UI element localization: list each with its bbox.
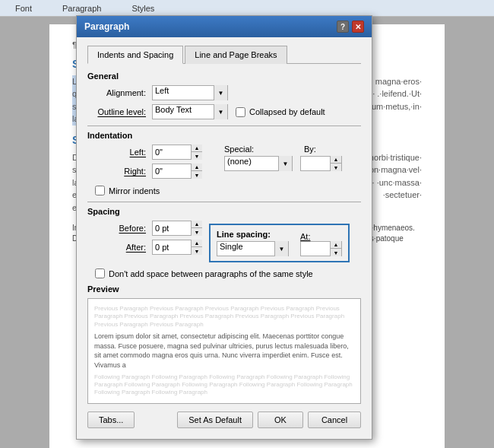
dont-add-row: Don't add space between paragraphs of th… bbox=[87, 268, 361, 278]
alignment-label: Alignment: bbox=[87, 88, 152, 97]
word-toolbar: Font Paragraph Styles bbox=[0, 0, 494, 17]
dialog-titlebar: Paragraph ? ✕ bbox=[77, 16, 372, 37]
special-label: Special: bbox=[224, 145, 293, 154]
outline-level-label: Outline level: bbox=[87, 107, 152, 116]
right-input-wrap[interactable]: ▲ ▼ bbox=[152, 164, 201, 179]
after-spinner[interactable]: ▲ ▼ bbox=[191, 240, 202, 255]
before-input-wrap[interactable]: ▲ ▼ bbox=[152, 221, 201, 236]
at-spinner-up[interactable]: ▲ bbox=[331, 241, 341, 249]
special-col: Special: (none) ▼ bbox=[224, 145, 293, 171]
at-spinner[interactable]: ▲ ▼ bbox=[330, 241, 341, 256]
by-input[interactable] bbox=[301, 157, 330, 170]
left-label: Left: bbox=[87, 148, 152, 157]
cancel-button[interactable]: Cancel bbox=[308, 411, 361, 428]
by-col: By: ▲ ▼ bbox=[300, 145, 342, 171]
outline-level-arrow[interactable]: ▼ bbox=[214, 104, 227, 119]
before-label: Before: bbox=[87, 224, 152, 233]
after-spinner-up[interactable]: ▲ bbox=[192, 240, 202, 247]
line-spacing-dropdown[interactable]: Single ▼ bbox=[217, 241, 289, 256]
tab-indents-spacing[interactable]: Indents and Spacing bbox=[87, 46, 183, 64]
after-input-wrap[interactable]: ▲ ▼ bbox=[152, 240, 201, 255]
toolbar-styles: Styles bbox=[116, 4, 169, 13]
toolbar-font: Font bbox=[0, 4, 47, 13]
preview-section: Preview Previous Paragraph Previous Para… bbox=[87, 284, 361, 404]
alignment-value: Left bbox=[153, 86, 214, 100]
by-spinner-down[interactable]: ▼ bbox=[331, 164, 341, 171]
after-spinner-down[interactable]: ▼ bbox=[192, 247, 202, 255]
right-indent-row: Right: ▲ ▼ bbox=[87, 164, 201, 179]
special-arrow[interactable]: ▼ bbox=[278, 156, 292, 171]
preview-after-text: Following Paragraph Following Paragraph … bbox=[94, 373, 354, 397]
alignment-dropdown[interactable]: Left ▼ bbox=[152, 85, 228, 100]
right-label: Right: bbox=[87, 167, 152, 176]
left-indent-row: Left: ▲ ▼ bbox=[87, 145, 201, 160]
outline-level-value: Body Text bbox=[153, 105, 214, 119]
before-spinner[interactable]: ▲ ▼ bbox=[191, 221, 202, 236]
left-spinner-up[interactable]: ▲ bbox=[192, 145, 202, 152]
before-row: Before: ▲ ▼ bbox=[87, 221, 201, 236]
before-spinner-down[interactable]: ▼ bbox=[192, 228, 202, 236]
help-button[interactable]: ? bbox=[337, 21, 349, 33]
right-input[interactable] bbox=[153, 164, 191, 178]
left-input-wrap[interactable]: ▲ ▼ bbox=[152, 145, 201, 160]
close-button[interactable]: ✕ bbox=[352, 21, 364, 33]
left-spinner-down[interactable]: ▼ bbox=[192, 152, 202, 160]
by-input-wrap[interactable]: ▲ ▼ bbox=[300, 156, 342, 171]
preview-body-text: Lorem ipsum dolor sit amet, consectetur … bbox=[94, 332, 354, 370]
outline-level-dropdown[interactable]: Body Text ▼ bbox=[152, 104, 228, 119]
left-input[interactable] bbox=[153, 145, 191, 159]
right-spinner[interactable]: ▲ ▼ bbox=[191, 164, 202, 179]
by-label: By: bbox=[304, 145, 342, 154]
by-spinner-up[interactable]: ▲ bbox=[331, 156, 341, 164]
line-spacing-value: Single bbox=[217, 242, 274, 256]
line-spacing-box: Line spacing: Single ▼ At: ▲ ▼ bbox=[209, 224, 350, 262]
at-col: At: ▲ ▼ bbox=[300, 232, 342, 256]
tabs-button[interactable]: Tabs... bbox=[87, 411, 135, 428]
special-value: (none) bbox=[225, 157, 278, 170]
preview-label: Preview bbox=[87, 284, 361, 294]
mirror-row: Mirror indents bbox=[87, 186, 361, 195]
line-spacing-arrow[interactable]: ▼ bbox=[274, 241, 288, 256]
dialog-content: Indents and Spacing Line and Page Breaks… bbox=[77, 37, 372, 439]
tab-line-page-breaks[interactable]: Line and Page Breaks bbox=[185, 46, 287, 64]
general-label: General bbox=[87, 71, 361, 81]
after-row: After: ▲ ▼ bbox=[87, 240, 201, 255]
right-spinner-up[interactable]: ▲ bbox=[192, 164, 202, 171]
mirror-label: Mirror indents bbox=[109, 186, 160, 195]
right-buttons: Set As Default OK Cancel bbox=[177, 411, 361, 428]
special-dropdown[interactable]: (none) ▼ bbox=[224, 156, 293, 171]
dialog-title-buttons: ? ✕ bbox=[337, 21, 364, 33]
left-spinner[interactable]: ▲ ▼ bbox=[191, 145, 202, 160]
line-spacing-col: Line spacing: Single ▼ bbox=[217, 230, 289, 256]
collapsed-checkbox[interactable] bbox=[236, 107, 245, 117]
dialog-tabs: Indents and Spacing Line and Page Breaks bbox=[87, 45, 361, 64]
paragraph-dialog: Paragraph ? ✕ Indents and Spacing Line a… bbox=[76, 15, 372, 440]
after-input[interactable] bbox=[153, 240, 191, 254]
preview-before-text: Previous Paragraph Previous Paragraph Pr… bbox=[94, 305, 354, 329]
at-input-wrap[interactable]: ▲ ▼ bbox=[300, 241, 342, 256]
before-after-col: Before: ▲ ▼ After: ▲ bbox=[87, 221, 201, 259]
toolbar-paragraph: Paragraph bbox=[47, 4, 116, 13]
dialog-title: Paragraph bbox=[84, 21, 129, 32]
outline-level-row: Outline level: Body Text ▼ Collapsed by … bbox=[87, 104, 361, 119]
indent-left-col: Left: ▲ ▼ Right: ▲ bbox=[87, 145, 201, 183]
right-spinner-down[interactable]: ▼ bbox=[192, 171, 202, 179]
alignment-row: Alignment: Left ▼ bbox=[87, 85, 361, 100]
line-spacing-label: Line spacing: bbox=[217, 230, 289, 239]
at-input[interactable] bbox=[301, 242, 330, 256]
dialog-buttons: Tabs... Set As Default OK Cancel bbox=[87, 411, 361, 428]
collapsed-label: Collapsed by default bbox=[249, 107, 325, 116]
ok-button[interactable]: OK bbox=[258, 411, 303, 428]
before-input[interactable] bbox=[153, 221, 191, 235]
indentation-label: Indentation bbox=[87, 131, 361, 140]
mirror-checkbox[interactable] bbox=[95, 186, 105, 195]
after-label: After: bbox=[87, 243, 152, 252]
at-spinner-down[interactable]: ▼ bbox=[331, 249, 341, 256]
by-spinner[interactable]: ▲ ▼ bbox=[330, 156, 341, 171]
alignment-dropdown-arrow[interactable]: ▼ bbox=[214, 85, 227, 100]
dont-add-checkbox[interactable] bbox=[95, 268, 105, 278]
set-default-button[interactable]: Set As Default bbox=[177, 411, 253, 428]
spacing-label: Spacing bbox=[87, 207, 361, 216]
preview-box: Previous Paragraph Previous Paragraph Pr… bbox=[87, 298, 361, 404]
before-spinner-up[interactable]: ▲ bbox=[192, 221, 202, 228]
